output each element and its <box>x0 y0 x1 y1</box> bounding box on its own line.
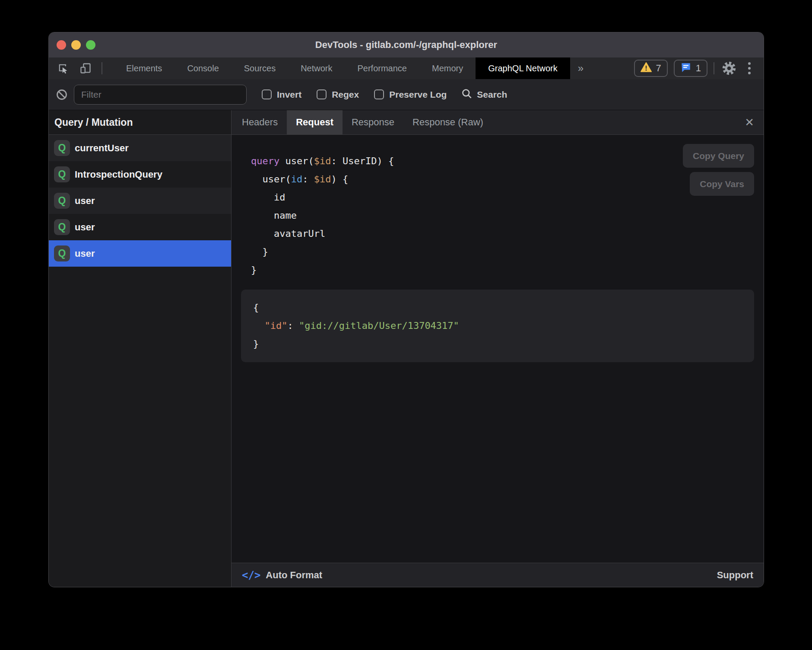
checkbox-preserve-log[interactable]: Preserve Log <box>374 89 447 100</box>
request-body-area: query user($id: UserID) { user(id: $id) … <box>232 135 764 563</box>
copy-vars-button[interactable]: Copy Vars <box>690 172 754 196</box>
query-item-label: IntrospectionQuery <box>75 169 162 180</box>
auto-format-button[interactable]: </> Auto Format <box>242 569 322 581</box>
more-tabs-button[interactable]: » <box>570 57 591 79</box>
copy-query-button[interactable]: Copy Query <box>683 144 754 168</box>
support-link[interactable]: Support <box>717 570 753 581</box>
filter-options: InvertRegexPreserve Log <box>247 89 447 100</box>
checkbox-box-invert[interactable] <box>262 89 272 99</box>
devtools-tabs: ElementsConsoleSourcesNetworkPerformance… <box>114 57 570 79</box>
messages-badge[interactable]: 1 <box>674 60 707 77</box>
checkbox-regex[interactable]: Regex <box>317 89 359 100</box>
search-button[interactable]: Search <box>461 88 507 101</box>
main-content: Query / Mutation QcurrentUserQIntrospect… <box>49 110 764 587</box>
devtools-toolbar: ElementsConsoleSourcesNetworkPerformance… <box>49 57 764 79</box>
window-title: DevTools - gitlab.com/-/graphql-explorer <box>315 39 497 51</box>
query-list-panel: Query / Mutation QcurrentUserQIntrospect… <box>49 110 232 587</box>
clear-filter-icon[interactable] <box>56 89 68 101</box>
close-panel-icon[interactable]: ✕ <box>745 116 754 129</box>
warning-icon <box>641 62 652 74</box>
filter-input[interactable] <box>74 85 247 105</box>
query-item-label: user <box>75 248 95 259</box>
devtools-window: DevTools - gitlab.com/-/graphql-explorer… <box>49 32 764 587</box>
query-list-item-user-2[interactable]: Quser <box>49 188 231 214</box>
toolbar-right-controls: 7 1 <box>634 57 764 79</box>
window-controls <box>57 40 95 50</box>
auto-format-label: Auto Format <box>266 570 322 581</box>
devtools-tab-network[interactable]: Network <box>288 57 345 79</box>
checkbox-box-preserve-log[interactable] <box>374 89 384 99</box>
checkbox-label-invert: Invert <box>277 89 301 100</box>
query-variables-box: { "id": "gid://gitlab/User/13704317" } <box>241 290 754 362</box>
query-type-icon: Q <box>54 193 70 209</box>
query-type-icon: Q <box>54 166 70 182</box>
devtools-tab-performance[interactable]: Performance <box>345 57 420 79</box>
devtools-tab-elements[interactable]: Elements <box>114 57 174 79</box>
graphql-query-code: query user($id: UserID) { user(id: $id) … <box>251 152 764 279</box>
devtools-tab-memory[interactable]: Memory <box>419 57 476 79</box>
devtools-tab-graphql-network[interactable]: GraphQL Network <box>476 57 570 79</box>
checkbox-label-regex: Regex <box>332 89 359 100</box>
checkbox-box-regex[interactable] <box>317 89 327 99</box>
warning-count: 7 <box>656 63 661 74</box>
warnings-badge[interactable]: 7 <box>634 60 668 77</box>
zoom-window-button[interactable] <box>86 40 95 50</box>
request-detail-panel: HeadersRequestResponseResponse (Raw)✕ qu… <box>232 110 764 587</box>
checkbox-label-preserve-log: Preserve Log <box>389 89 447 100</box>
checkbox-invert[interactable]: Invert <box>262 89 301 100</box>
detail-tab-headers[interactable]: Headers <box>233 110 287 134</box>
query-type-icon: Q <box>54 140 70 156</box>
message-bubble-icon <box>680 62 691 75</box>
query-item-label: user <box>75 195 95 207</box>
detail-tab-response-raw[interactable]: Response (Raw) <box>403 110 492 134</box>
detail-tab-response[interactable]: Response <box>343 110 403 134</box>
query-type-icon: Q <box>54 219 70 235</box>
settings-gear-icon[interactable] <box>720 60 738 77</box>
query-list-item-currentuser-0[interactable]: QcurrentUser <box>49 135 231 161</box>
query-list-item-introspectionquery-1[interactable]: QIntrospectionQuery <box>49 161 231 188</box>
toolbar-divider <box>714 62 714 74</box>
query-list-header: Query / Mutation <box>49 110 231 135</box>
toolbar-left-icons <box>49 57 102 79</box>
query-list-item-user-4[interactable]: Quser <box>49 240 231 267</box>
detail-tabs: HeadersRequestResponseResponse (Raw)✕ <box>232 110 764 135</box>
close-window-button[interactable] <box>57 40 66 50</box>
device-toolbar-icon[interactable] <box>79 62 92 75</box>
devtools-tab-sources[interactable]: Sources <box>232 57 288 79</box>
titlebar: DevTools - gitlab.com/-/graphql-explorer <box>49 32 764 57</box>
query-type-icon: Q <box>54 245 70 261</box>
devtools-tab-console[interactable]: Console <box>174 57 231 79</box>
query-list-item-user-3[interactable]: Quser <box>49 214 231 240</box>
search-label: Search <box>477 89 507 100</box>
code-format-icon: </> <box>242 569 260 581</box>
query-item-label: user <box>75 222 95 233</box>
toolbar-divider <box>102 62 102 74</box>
minimize-window-button[interactable] <box>71 40 81 50</box>
inspect-element-icon[interactable] <box>57 62 70 75</box>
footer-bar: </> Auto Format Support <box>232 563 764 587</box>
query-item-label: currentUser <box>75 143 129 154</box>
detail-tab-request[interactable]: Request <box>287 110 343 134</box>
filter-toolbar: InvertRegexPreserve Log Search <box>49 79 764 110</box>
query-list: QcurrentUserQIntrospectionQueryQuserQuse… <box>49 135 231 587</box>
search-icon <box>461 88 473 101</box>
more-options-icon[interactable] <box>744 62 755 74</box>
message-count: 1 <box>696 63 701 74</box>
